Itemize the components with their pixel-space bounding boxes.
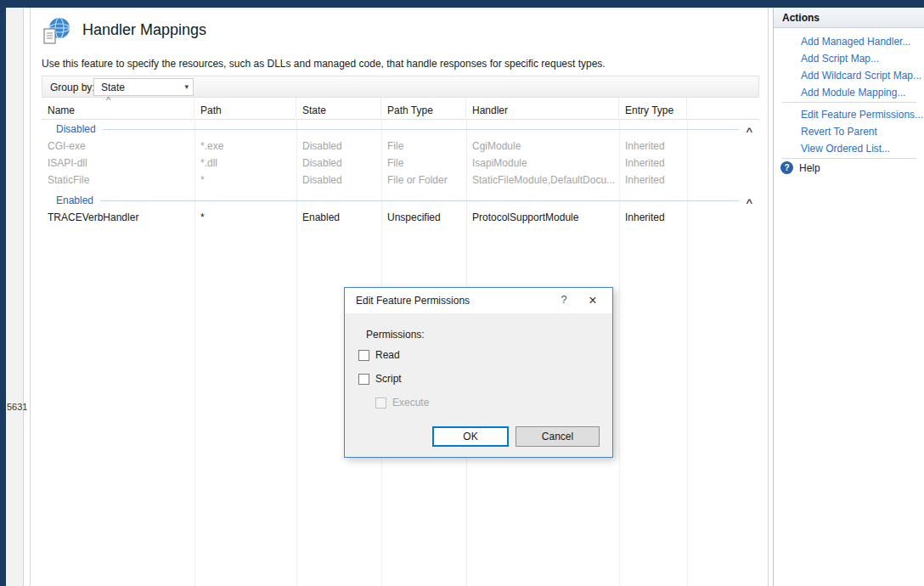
action-add-managed-handler[interactable]: Add Managed Handler... [801, 34, 910, 49]
help-icon: ? [780, 161, 793, 174]
group-by-toolbar: Group by: State ▾ [42, 76, 759, 98]
table-row-isapi-dll[interactable]: ISAPI-dll *.dll Disabled File IsapiModul… [42, 155, 759, 172]
script-checkbox-row: Script [358, 373, 402, 385]
permissions-label: Permissions: [366, 329, 425, 341]
actions-separator [782, 158, 916, 159]
cell-name: StaticFile [48, 174, 194, 186]
actions-separator [782, 102, 916, 103]
sort-ascending-icon: ^ [106, 95, 110, 105]
cell-state: Disabled [302, 140, 380, 152]
column-header-label: State [302, 104, 326, 116]
column-header-label: Handler [472, 104, 508, 116]
action-revert-to-parent[interactable]: Revert To Parent [801, 124, 877, 139]
window-top-edge [0, 0, 924, 8]
dialog-help-button[interactable]: ? [555, 293, 573, 308]
cell-state: Disabled [302, 157, 380, 169]
cell-handler: StaticFileModule,DefaultDocu... [472, 174, 618, 186]
cell-entry-type: Inherited [625, 211, 689, 223]
chevron-down-icon: ▾ [184, 82, 189, 91]
action-edit-feature-permissions[interactable]: Edit Feature Permissions... [801, 107, 923, 122]
script-checkbox[interactable] [358, 374, 369, 385]
column-header-label: Path Type [387, 104, 433, 116]
page-title: Handler Mappings [82, 21, 206, 39]
table-row-traceverbhandler[interactable]: TRACEVerbHandler * Enabled Unspecified P… [42, 209, 759, 226]
cell-path-type: Unspecified [387, 211, 465, 223]
column-header-path[interactable]: Path [194, 98, 296, 120]
table-row-staticfile[interactable]: StaticFile * Disabled File or Folder Sta… [42, 172, 759, 189]
execute-checkbox-row: Execute [375, 397, 429, 409]
read-checkbox-label: Read [375, 349, 400, 361]
group-divider [100, 200, 739, 201]
column-header-label: Path [200, 104, 222, 116]
group-header-enabled[interactable]: Enabled ^ [42, 192, 759, 209]
window-left-edge [0, 8, 6, 586]
group-label: Disabled [56, 123, 96, 135]
script-checkbox-label: Script [375, 373, 402, 385]
cell-state: Disabled [302, 174, 380, 186]
read-checkbox[interactable] [358, 350, 369, 361]
read-checkbox-row: Read [358, 349, 400, 361]
dialog-title: Edit Feature Permissions [356, 295, 470, 307]
handler-mappings-icon [42, 15, 72, 46]
action-add-module-mapping[interactable]: Add Module Mapping... [801, 85, 905, 100]
column-header-label: Name [48, 104, 75, 116]
edit-feature-permissions-dialog: Edit Feature Permissions ? × Permissions… [344, 287, 613, 458]
table-header: ^ Name Path State Path Type Handler Entr… [42, 98, 759, 120]
group-by-selected-value: State [101, 82, 125, 93]
cell-state: Enabled [302, 211, 380, 223]
cell-path: * [200, 211, 296, 223]
group-label: Enabled [56, 194, 93, 206]
dialog-close-button[interactable]: × [582, 291, 604, 309]
connections-pane-sliver: 5631 [6, 8, 24, 586]
action-add-script-map[interactable]: Add Script Map... [801, 51, 879, 66]
execute-checkbox [375, 397, 386, 409]
cell-path: *.exe [200, 140, 296, 152]
cell-path-type: File [387, 140, 465, 152]
ok-button[interactable]: OK [432, 426, 509, 447]
cancel-button[interactable]: Cancel [516, 426, 600, 447]
column-separator [296, 121, 297, 586]
page-description: Use this feature to specify the resource… [42, 58, 606, 70]
collapse-group-icon[interactable]: ^ [746, 127, 752, 136]
execute-checkbox-label: Execute [392, 397, 429, 409]
cell-path-type: File [387, 157, 465, 169]
cell-entry-type: Inherited [625, 140, 689, 152]
cell-entry-type: Inherited [625, 174, 689, 186]
group-header-disabled[interactable]: Disabled ^ [42, 121, 759, 138]
action-add-wildcard-script-map[interactable]: Add Wildcard Script Map... [801, 68, 921, 83]
iis-manager-window: 5631 Handler Mappings Use this feature t… [0, 0, 924, 586]
cell-name: ISAPI-dll [48, 157, 194, 169]
column-separator [687, 121, 688, 586]
cell-entry-type: Inherited [625, 157, 689, 169]
actions-pane-header: Actions [774, 8, 924, 28]
help-label: Help [799, 162, 820, 174]
column-header-label: Entry Type [625, 104, 673, 116]
dialog-titlebar[interactable]: Edit Feature Permissions ? × [345, 288, 612, 313]
cell-name: TRACEVerbHandler [48, 211, 194, 223]
column-header-path-type[interactable]: Path Type [381, 98, 466, 120]
column-header-entry-type[interactable]: Entry Type [619, 98, 687, 120]
action-view-ordered-list[interactable]: View Ordered List... [801, 141, 890, 156]
cell-handler: ProtocolSupportModule [472, 211, 618, 223]
table-row-cgi-exe[interactable]: CGI-exe *.exe Disabled File CgiModule In… [42, 138, 759, 155]
collapse-group-icon[interactable]: ^ [746, 199, 752, 207]
column-header-handler[interactable]: Handler [466, 98, 619, 120]
column-separator [619, 121, 620, 586]
cell-path: * [200, 174, 296, 186]
group-divider [103, 129, 740, 130]
cell-path: *.dll [200, 157, 296, 169]
column-separator [194, 121, 195, 586]
cell-handler: IsapiModule [472, 157, 618, 169]
group-by-dropdown[interactable]: State ▾ [93, 78, 194, 96]
cell-name: CGI-exe [48, 140, 194, 152]
help-link[interactable]: ? Help [780, 161, 820, 174]
cell-path-type: File or Folder [387, 174, 465, 186]
actions-pane: Actions Add Managed Handler... Add Scrip… [773, 8, 924, 586]
connections-tree-item-partial[interactable]: 5631 [7, 402, 27, 412]
column-header-name[interactable]: ^ Name [42, 98, 194, 120]
cell-handler: CgiModule [472, 140, 618, 152]
column-header-state[interactable]: State [296, 98, 381, 120]
group-by-label: Group by: [50, 82, 95, 93]
